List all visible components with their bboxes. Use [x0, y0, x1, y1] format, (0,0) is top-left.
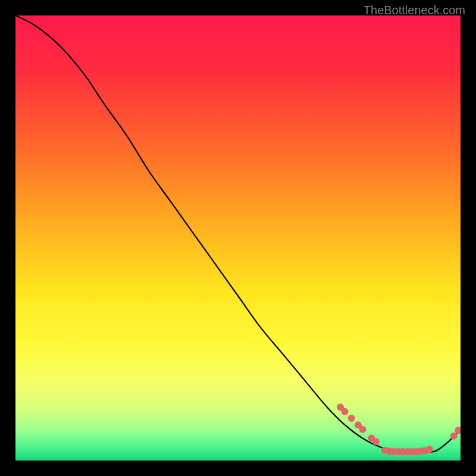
svg-rect-0	[15, 15, 461, 461]
watermark-text: TheBottleneck.com	[364, 4, 465, 17]
gradient-background	[15, 15, 461, 461]
plot-area	[15, 15, 461, 461]
